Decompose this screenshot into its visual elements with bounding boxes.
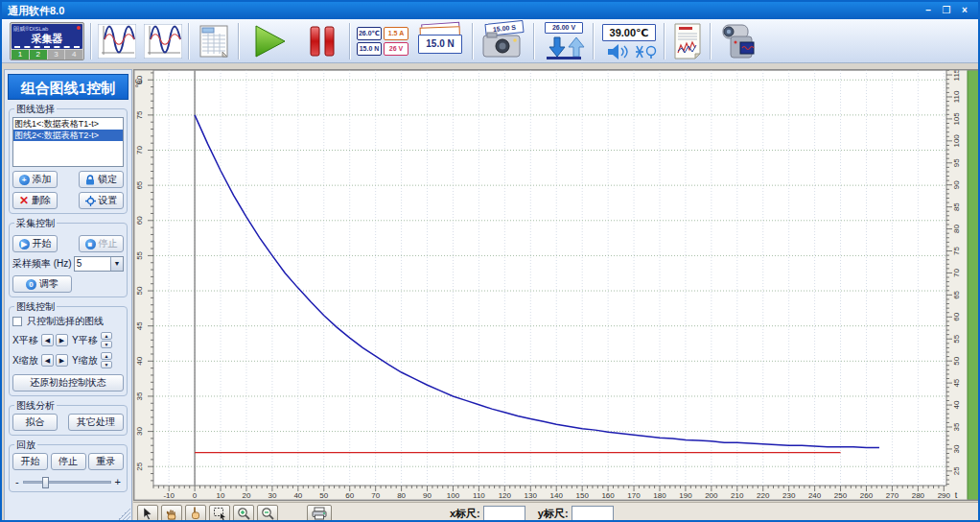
sample-rate-label: 采样频率 (Hz) [12,257,72,271]
cursor-tool-button[interactable] [137,505,158,522]
chart-panel[interactable]: 253035404550556065707580℃253035404550556… [133,69,980,501]
svg-text:40: 40 [952,400,961,409]
combined-graph[interactable]: 253035404550556065707580℃253035404550556… [134,70,979,500]
reset-view-button[interactable]: 还原初始控制状态 [12,374,124,392]
pan-hand-icon [165,507,178,520]
svg-text:200: 200 [705,491,718,500]
svg-text:55: 55 [135,250,144,259]
zero-icon: 0 [26,279,36,290]
acquisition-start-button[interactable]: ▶ 开始 [12,235,58,252]
svg-text:70: 70 [135,146,144,154]
print-button[interactable] [307,505,332,522]
x-zoom-out-button[interactable]: ◀ [41,354,54,367]
stop-icon: ■ [85,239,96,249]
svg-text:280: 280 [912,491,925,500]
select-region-tool-button[interactable] [209,505,230,522]
svg-text:230: 230 [782,491,796,500]
svg-text:10: 10 [217,491,225,500]
svg-text:260: 260 [860,491,874,500]
svg-text:45: 45 [135,321,144,330]
y-pan-down-button[interactable]: ▼ [101,341,112,348]
svg-text:80: 80 [952,225,961,233]
point-hand-icon [189,507,202,520]
svg-text:250: 250 [834,491,848,500]
point-tool-button[interactable] [185,505,206,522]
curve-listbox[interactable]: 图线1<:数据表格T1-t> 图线2<:数据表格T2-t> [12,117,124,167]
dual-wave-graph-icon [98,24,136,59]
svg-text:60: 60 [345,491,354,500]
meter-panel-icon: 26.0℃ 1.5 A 15.0 N 26 V [357,27,408,56]
playback-start-button[interactable]: 开始 [12,453,48,470]
svg-text:140: 140 [550,491,564,500]
lock-curve-button[interactable]: 锁定 [79,171,124,188]
y-ruler-input[interactable] [572,506,614,521]
delete-curve-button[interactable]: ✕ 删除 [12,192,58,209]
svg-text:℃: ℃ [134,79,144,88]
svg-text:270: 270 [886,491,899,500]
pan-tool-button[interactable] [161,505,182,522]
gear-icon [85,196,96,206]
svg-text:70: 70 [371,491,380,500]
curve-select-group: 图线选择 图线1<:数据表格T1-t> 图线2<:数据表格T2-t> + 添加 … [9,108,128,214]
zoom-out-tool-button[interactable] [257,505,278,522]
meter-panel-button[interactable]: 26.0℃ 1.5 A 15.0 N 26 V [353,21,412,61]
svg-text:290: 290 [938,491,951,500]
sample-rate-select[interactable]: 5 ▼ [74,256,124,272]
svg-text:30: 30 [952,444,961,453]
play-icon: ▶ [19,239,30,249]
x-ruler-input[interactable] [483,506,525,521]
add-curve-button[interactable]: + 添加 [12,171,58,188]
acquisition-stop-button[interactable]: ■ 停止 [79,235,124,252]
zoom-in-tool-button[interactable] [233,505,254,522]
updown-control-button[interactable]: 26.00 V [537,21,591,61]
curve-list-item[interactable]: 图线1<:数据表格T1-t> [13,118,123,130]
minimize-button[interactable]: – [921,5,936,17]
pause-button[interactable] [297,21,347,61]
svg-text:60: 60 [952,312,961,320]
graph-window-1-button[interactable] [94,21,140,61]
zero-adjust-button[interactable]: 0 调零 [12,275,72,293]
svg-text:150: 150 [575,491,589,500]
curve-settings-button[interactable]: 设置 [79,192,124,209]
other-processing-button[interactable]: 其它处理 [68,414,124,431]
pause-run-icon [307,24,338,59]
svg-text:90: 90 [423,491,432,500]
resize-grip[interactable] [118,508,130,520]
temperature-control-icon: 39.00℃ [600,22,658,60]
y-zoom-in-button[interactable]: ▲ [101,352,112,360]
x-zoom-in-button[interactable]: ▶ [56,354,68,367]
svg-text:35: 35 [952,422,961,431]
meter-cards-button[interactable]: 15.0 N [412,21,470,61]
svg-text:120: 120 [499,491,512,500]
chevron-down-icon[interactable]: ▼ [110,257,123,271]
curve-list-item[interactable]: 图线2<:数据表格T2-t> [13,130,123,141]
video-camera-button[interactable] [713,21,771,61]
y-zoom-out-button[interactable]: ▼ [101,361,112,368]
maximize-button[interactable]: ❐ [939,5,954,17]
playback-rerecord-button[interactable]: 重录 [88,453,124,470]
slider-thumb[interactable] [42,477,49,488]
fit-button[interactable]: 拟合 [12,414,58,431]
graph-window-2-button[interactable] [140,21,186,61]
svg-text:40: 40 [135,356,144,365]
up-down-control-icon: 26.00 V [541,22,587,60]
x-pan-right-button[interactable]: ▶ [56,334,68,346]
svg-text:100: 100 [447,491,460,500]
app-window: 通用软件8.0 – ❐ × 朗威®DISLab 采集器 1 2 3 4 [0,0,980,522]
start-button[interactable] [242,21,297,61]
report-button[interactable] [667,21,708,61]
select-region-icon [213,507,226,520]
y-pan-up-button[interactable]: ▲ [101,332,112,340]
device-button[interactable]: 朗威®DISLab 采集器 1 2 3 4 [6,21,88,61]
playback-speed-slider[interactable] [23,481,111,484]
device-ports: 1 2 3 4 [12,50,82,59]
camera-meter-button[interactable]: 15.00 S [476,21,531,61]
data-table-button[interactable] [192,21,236,61]
temperature-control-button[interactable]: 39.00℃ [596,21,662,61]
close-button[interactable]: × [957,5,972,17]
only-selected-checkbox[interactable] [12,317,22,326]
plus-icon: + [19,175,30,185]
x-pan-left-button[interactable]: ◀ [41,334,54,346]
svg-text:30: 30 [268,491,276,500]
playback-stop-button[interactable]: 停止 [51,453,86,470]
